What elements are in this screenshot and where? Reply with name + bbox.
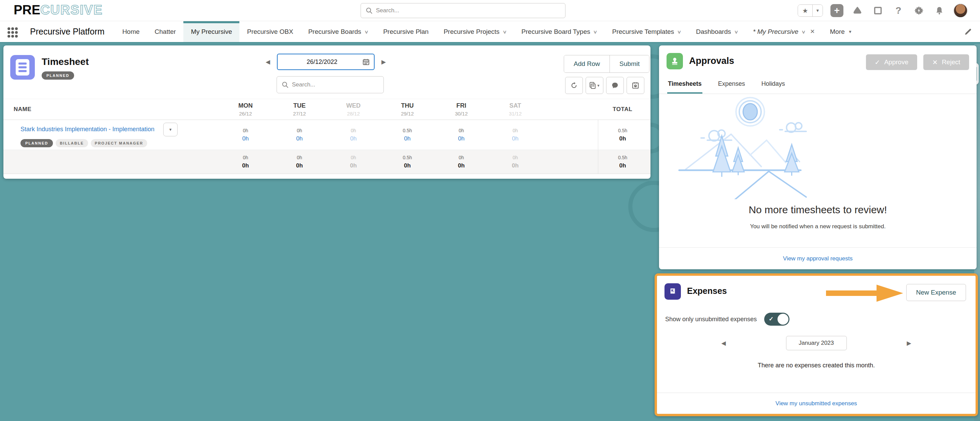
timesheet-cell: 0h0h	[218, 128, 272, 142]
unsubmitted-toggle[interactable]: ✓	[764, 313, 789, 326]
timesheet-search-input[interactable]	[292, 81, 379, 88]
header-icons: ★ ▼ + ?	[798, 0, 968, 21]
app-launcher-icon[interactable]	[8, 27, 21, 38]
screen: PRECURSIVE ★ ▼ + ?	[0, 0, 980, 421]
filter-label: Show only unsubmitted expenses	[665, 316, 757, 323]
totals-cell: 0h0h	[434, 155, 488, 169]
global-search-input[interactable]	[376, 7, 560, 14]
search-icon	[282, 81, 288, 88]
tab-home[interactable]: Home	[115, 21, 147, 42]
tab-my-precursive[interactable]: My Precursive	[183, 21, 239, 42]
precursive-logo: PRECURSIVE	[14, 3, 103, 18]
row-billing-badge: BILLABLE	[56, 139, 88, 147]
month-selector[interactable]: January 2023	[786, 336, 847, 350]
view-approval-requests-link[interactable]: View my approval requests	[783, 255, 853, 262]
hours-link[interactable]: 0h	[488, 136, 542, 142]
add-row-button[interactable]: Add Row	[564, 55, 609, 72]
trailhead-icon[interactable]	[851, 4, 864, 17]
notifications-bell-icon[interactable]	[933, 4, 946, 17]
column-header-wed: WED28/12	[326, 102, 380, 116]
calendar-icon[interactable]	[362, 58, 370, 65]
approvals-footer: View my approval requests	[659, 247, 977, 269]
favorites-group: ★ ▼	[798, 5, 823, 17]
project-link[interactable]: Stark Industries Implementation - Implem…	[21, 126, 154, 133]
time-tracker-icon[interactable]	[627, 77, 644, 94]
tab-my-precursive-temp[interactable]: * My Precursive∨✕	[745, 21, 822, 42]
tab-precursive-projects[interactable]: Precursive Projects∨	[436, 21, 514, 42]
tab-more[interactable]: More▼	[822, 21, 859, 42]
column-header-thu: THU29/12	[380, 102, 434, 116]
totals-cell: 0h0h	[326, 155, 380, 169]
date-picker[interactable]	[277, 54, 375, 70]
approvals-title: Approvals	[689, 56, 734, 66]
next-week-icon[interactable]: ▶	[379, 56, 388, 68]
favorites-star-icon[interactable]: ★	[798, 5, 812, 16]
landscape-illustration	[659, 90, 819, 199]
row-status-badge: PLANNED	[21, 139, 53, 147]
chevron-down-icon[interactable]: ∨	[734, 29, 738, 35]
previous-week-icon[interactable]: ◀	[264, 56, 272, 68]
tab-precursive-obx[interactable]: Precursive OBX	[239, 21, 301, 42]
refresh-icon[interactable]	[565, 77, 583, 94]
app-nav-bar: Precursive Platform Home Chatter My Prec…	[0, 21, 980, 43]
chevron-down-icon[interactable]: ∨	[364, 29, 368, 35]
timesheet-row: Stark Industries Implementation - Implem…	[3, 120, 651, 150]
favorites-dropdown-icon[interactable]: ▼	[812, 5, 822, 16]
tab-precursive-plan[interactable]: Precursive Plan	[375, 21, 436, 42]
chevron-down-icon[interactable]: ∨	[677, 29, 681, 35]
totals-cell: 0h0h	[488, 155, 542, 169]
totals-cell: 0h0h	[272, 155, 326, 169]
logo-light-text: CURSIVE	[40, 3, 103, 17]
setup-gear-icon[interactable]	[912, 4, 925, 17]
hours-link[interactable]: 0h	[272, 136, 326, 142]
row-dropdown-button[interactable]: ▼	[163, 123, 178, 136]
timesheet-tools: ▼	[565, 77, 644, 94]
chevron-down-icon[interactable]: ∨	[801, 29, 805, 35]
approvals-panel: Approvals ✓Approve ✕Reject Timesheets Ex…	[659, 45, 977, 269]
tab-chatter[interactable]: Chatter	[147, 21, 183, 42]
chevron-down-icon[interactable]: ∨	[502, 29, 507, 35]
timesheet-panel: Timesheet PLANNED ◀ ▶ Add Row Submit	[3, 45, 651, 179]
date-input[interactable]	[282, 59, 362, 65]
reject-button[interactable]: ✕Reject	[923, 54, 969, 70]
help-icon[interactable]: ?	[892, 4, 905, 17]
hours-link[interactable]: 0h	[218, 136, 272, 142]
hours-link[interactable]: 0h	[380, 136, 434, 142]
chevron-down-icon[interactable]: ∨	[593, 29, 598, 35]
approvals-stamp-icon	[667, 53, 683, 69]
global-header: PRECURSIVE ★ ▼ + ?	[0, 0, 980, 21]
user-avatar[interactable]	[953, 3, 968, 18]
global-actions-icon[interactable]: +	[830, 4, 843, 17]
timesheet-header-row: NAME MON26/12 TUE27/12 WED28/12 THU29/12…	[3, 99, 651, 120]
close-tab-icon[interactable]: ✕	[810, 28, 815, 35]
monitor-icon[interactable]	[872, 4, 885, 17]
hours-link[interactable]: 0h	[434, 136, 488, 142]
global-search[interactable]	[361, 3, 565, 18]
expenses-receipt-icon	[665, 283, 681, 300]
comments-icon[interactable]	[606, 77, 624, 94]
hours-link[interactable]: 0h	[326, 136, 380, 142]
approvals-empty-title: No more timesheets to review!	[659, 204, 977, 215]
totals-cell: 0h0h	[218, 155, 272, 169]
edit-nav-pencil-icon[interactable]	[964, 27, 972, 36]
highlight-arrow	[826, 283, 904, 303]
tab-precursive-board-types[interactable]: Precursive Board Types∨	[514, 21, 605, 42]
new-expense-button[interactable]: New Expense	[906, 284, 966, 301]
expenses-empty-text: There are no expenses created this month…	[657, 362, 975, 369]
tab-precursive-boards[interactable]: Precursive Boards∨	[301, 21, 375, 42]
expenses-footer: View my unsubmitted expenses	[657, 392, 975, 414]
next-month-icon[interactable]: ▶	[905, 338, 913, 349]
previous-month-icon[interactable]: ◀	[719, 338, 728, 349]
approve-button[interactable]: ✓Approve	[866, 54, 918, 70]
tab-precursive-templates[interactable]: Precursive Templates∨	[605, 21, 689, 42]
check-icon: ✓	[768, 316, 773, 322]
copy-timesheet-icon[interactable]: ▼	[585, 77, 603, 94]
timesheet-cell: 0.5h0h	[380, 128, 434, 142]
timesheet-date-nav: ◀ ▶	[264, 54, 388, 70]
view-unsubmitted-expenses-link[interactable]: View my unsubmitted expenses	[775, 400, 857, 407]
tab-dashboards[interactable]: Dashboards∨	[688, 21, 745, 42]
nav-tabs: Home Chatter My Precursive Precursive OB…	[115, 21, 860, 42]
timesheet-search[interactable]	[277, 76, 384, 93]
column-header-mon: MON26/12	[218, 102, 272, 116]
submit-button[interactable]: Submit	[609, 55, 649, 72]
